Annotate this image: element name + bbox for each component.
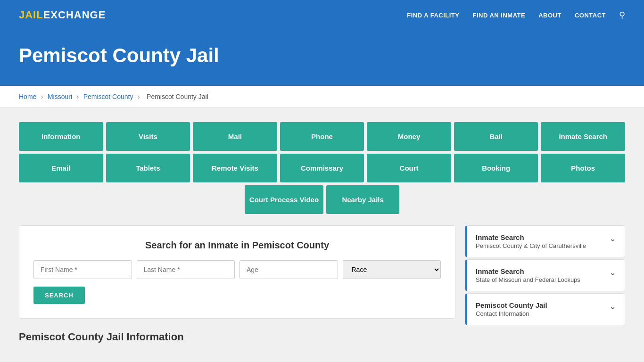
btn-tablets[interactable]: Tablets [106, 154, 190, 182]
button-grid-row2: Email Tablets Remote Visits Commissary C… [19, 154, 625, 182]
btn-booking[interactable]: Booking [454, 154, 538, 182]
btn-visits[interactable]: Visits [106, 122, 190, 151]
sidebar-title-sub-0: Pemiscot County & City of Caruthersville [476, 242, 604, 249]
button-grid-row1: Information Visits Mail Phone Money Bail… [19, 122, 625, 151]
btn-commissary[interactable]: Commissary [280, 154, 364, 182]
first-name-input[interactable] [33, 260, 132, 279]
logo-highlight: EXCHANGE [43, 9, 106, 21]
search-form-title: Search for an Inmate in Pemiscot County [33, 240, 441, 251]
btn-mail[interactable]: Mail [193, 122, 277, 151]
btn-court-process-video[interactable]: Court Process Video [245, 185, 323, 214]
site-logo[interactable]: JAILEXCHANGE [19, 9, 106, 21]
sidebar-title-main-2: Pemiscot County Jail [476, 301, 604, 309]
chevron-down-icon-1: ⌄ [609, 267, 616, 278]
sidebar-title-block-2: Pemiscot County Jail Contact Information [476, 301, 604, 317]
btn-information[interactable]: Information [19, 122, 103, 151]
sidebar-card-header-1[interactable]: Inmate Search State of Missouri and Fede… [465, 260, 625, 291]
sidebar-title-main-0: Inmate Search [476, 233, 604, 241]
btn-inmate-search[interactable]: Inmate Search [541, 122, 625, 151]
sidebar-title-sub-2: Contact Information [476, 310, 604, 317]
main-content: Information Visits Mail Phone Money Bail… [0, 108, 644, 361]
btn-nearby-jails[interactable]: Nearby Jails [326, 185, 399, 214]
navbar: JAILEXCHANGE FIND A FACILITY FIND AN INM… [0, 0, 644, 30]
btn-money[interactable]: Money [367, 122, 451, 151]
btn-remote-visits[interactable]: Remote Visits [193, 154, 277, 182]
breadcrumb-missouri[interactable]: Missouri [48, 93, 72, 100]
btn-bail[interactable]: Bail [454, 122, 538, 151]
nav-links: FIND A FACILITY FIND AN INMATE ABOUT CON… [407, 10, 625, 20]
page-title: Pemiscot County Jail [19, 44, 625, 67]
btn-court[interactable]: Court [367, 154, 451, 182]
breadcrumb-sep-2: › [77, 93, 79, 100]
sidebar-card-0: Inmate Search Pemiscot County & City of … [465, 225, 625, 257]
chevron-down-icon-0: ⌄ [609, 233, 616, 244]
breadcrumb-sep-3: › [138, 93, 140, 100]
nav-find-inmate[interactable]: FIND AN INMATE [472, 12, 525, 19]
sidebar: Inmate Search Pemiscot County & City of … [465, 225, 625, 347]
last-name-input[interactable] [137, 260, 235, 279]
breadcrumb-current: Pemiscot County Jail [147, 93, 208, 100]
sidebar-card-1: Inmate Search State of Missouri and Fede… [465, 259, 625, 291]
btn-photos[interactable]: Photos [541, 154, 625, 182]
inmate-search-card: Search for an Inmate in Pemiscot County … [19, 225, 455, 319]
sidebar-card-2: Pemiscot County Jail Contact Information… [465, 293, 625, 325]
hero-section: Pemiscot County Jail [0, 30, 644, 86]
btn-phone[interactable]: Phone [280, 122, 364, 151]
breadcrumb-sep-1: › [41, 93, 43, 100]
chevron-down-icon-2: ⌄ [609, 301, 616, 312]
info-section-title: Pemiscot County Jail Information [19, 331, 455, 343]
sidebar-title-block-1: Inmate Search State of Missouri and Fede… [476, 267, 604, 283]
button-grid-row3: Court Process Video Nearby Jails [19, 185, 625, 214]
breadcrumb-pemiscot-county[interactable]: Pemiscot County [83, 93, 133, 100]
breadcrumb-home[interactable]: Home [19, 93, 36, 100]
logo-text-jail: JAIL [19, 9, 43, 21]
search-icon[interactable]: ⚲ [619, 10, 625, 20]
nav-find-facility[interactable]: FIND A FACILITY [407, 12, 459, 19]
search-inputs: Race White Black Hispanic Asian Other [33, 260, 441, 279]
age-input[interactable] [239, 260, 338, 279]
sidebar-title-block-0: Inmate Search Pemiscot County & City of … [476, 233, 604, 249]
btn-email[interactable]: Email [19, 154, 103, 182]
info-section: Pemiscot County Jail Information [19, 331, 455, 347]
sidebar-card-header-2[interactable]: Pemiscot County Jail Contact Information… [465, 294, 625, 325]
sidebar-title-main-1: Inmate Search [476, 267, 604, 275]
nav-about[interactable]: ABOUT [538, 12, 561, 19]
bottom-section: Search for an Inmate in Pemiscot County … [19, 225, 625, 347]
breadcrumb: Home › Missouri › Pemiscot County › Pemi… [0, 86, 644, 108]
sidebar-title-sub-1: State of Missouri and Federal Lockups [476, 276, 604, 283]
sidebar-card-header-0[interactable]: Inmate Search Pemiscot County & City of … [465, 226, 625, 257]
search-submit-button[interactable]: SEARCH [33, 287, 85, 304]
race-select[interactable]: Race White Black Hispanic Asian Other [343, 260, 441, 279]
nav-contact[interactable]: CONTACT [575, 12, 606, 19]
